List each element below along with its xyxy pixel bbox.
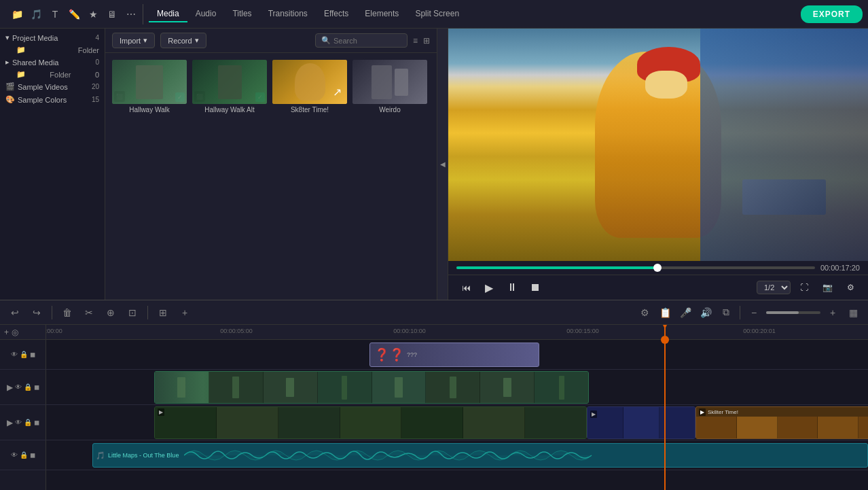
histogram-button[interactable]: ▦: [845, 304, 861, 321]
video2-clip2-play-icon: ▶: [590, 410, 597, 418]
track2-visibility-icon[interactable]: 👁: [15, 383, 22, 391]
video2-clip-1[interactable]: ▶: [154, 406, 587, 439]
play-button[interactable]: ▶: [480, 278, 499, 297]
import-button[interactable]: Import ▾: [112, 33, 155, 48]
progress-handle: [653, 264, 662, 272]
track2-lock-icon[interactable]: 🔒: [24, 383, 32, 391]
tl-clip-button[interactable]: 📋: [657, 304, 673, 321]
track-mute-icon[interactable]: ◼: [30, 351, 35, 358]
tab-media[interactable]: Media: [149, 6, 187, 22]
tl-settings-button[interactable]: ⚙: [636, 304, 653, 321]
text-icon[interactable]: T: [48, 7, 62, 22]
zoom-out-button[interactable]: −: [746, 304, 762, 321]
sidebar-item-label-4: Sample Colors: [18, 96, 67, 104]
media-item-weirdo[interactable]: ⬛ ✓ Weirdo: [352, 60, 427, 113]
search-input[interactable]: [333, 37, 401, 45]
track-label-audio: 👁 🔒 ◼: [0, 440, 46, 470]
panel-collapse-arrow[interactable]: ◀: [437, 29, 448, 300]
audio-waveform: [184, 444, 867, 467]
ruler-mark-1: 00:00:05:00: [220, 328, 253, 334]
pause-button[interactable]: ⏸: [503, 278, 522, 297]
timeline-area: ↩ ↪ 🗑 ✂ ⊕ ⊡ ⊞ + ⚙ 📋 🎤 🔊 ⧉ − + ▦ + ◎: [0, 300, 868, 490]
tab-audio[interactable]: Audio: [187, 6, 225, 22]
add-track-button[interactable]: +: [177, 304, 193, 321]
fullscreen-button[interactable]: ⛶: [795, 278, 814, 297]
zoom-in-button[interactable]: +: [825, 304, 841, 321]
video2-clip-3[interactable]: ▶ Sk8ter Time!: [695, 406, 868, 439]
undo-button[interactable]: ↩: [7, 304, 23, 321]
tab-titles[interactable]: Titles: [224, 6, 259, 22]
playhead[interactable]: [664, 325, 666, 339]
audio-clip[interactable]: 🎵 Little Maps - Out The Blue: [92, 443, 868, 468]
track3-visibility-icon[interactable]: 👁: [15, 419, 22, 426]
media-thumb-weirdo: ⬛ ✓: [352, 60, 427, 104]
delete-button[interactable]: 🗑: [59, 304, 75, 321]
sidebar-item-shared-media[interactable]: ▸ Shared Media 0: [0, 56, 105, 69]
media-item-sk8ter-time[interactable]: ↗ Sk8ter Time!: [272, 60, 347, 113]
track3-lock-icon[interactable]: 🔒: [24, 419, 32, 426]
audio-mute-icon[interactable]: ◼: [30, 451, 35, 459]
screenshot-button[interactable]: 📷: [818, 278, 837, 297]
record-button[interactable]: Record ▾: [160, 33, 206, 48]
track-lock-icon[interactable]: 🔒: [20, 351, 28, 358]
track-video1-body: [46, 370, 868, 405]
sidebar-item-label-3: Sample Videos: [18, 83, 68, 91]
monitor-icon[interactable]: 🖥: [105, 7, 120, 22]
media-item-name: Hallway Walk: [112, 106, 187, 113]
video1-clip[interactable]: [154, 371, 589, 404]
media-thumb-hallway-walk-alt: ⬛ ✓: [192, 60, 267, 104]
sidebar-child-folder2[interactable]: 📁 Folder 0: [0, 69, 105, 80]
tl-mic-button[interactable]: 🎤: [677, 304, 693, 321]
title-clip[interactable]: ❓❓ ???: [369, 343, 539, 367]
tab-elements[interactable]: Elements: [357, 6, 407, 22]
grid-icon[interactable]: ⊞: [423, 36, 430, 46]
ruler-mark-3: 00:00:15:00: [566, 328, 599, 334]
tab-effects[interactable]: Effects: [316, 6, 357, 22]
track-visibility-icon[interactable]: 👁: [11, 351, 18, 358]
media-toolbar: Import ▾ Record ▾ 🔍 ≡ ⊞: [105, 29, 437, 53]
magnet-button[interactable]: ⊞: [155, 304, 171, 321]
track3-play-icon[interactable]: ▶: [7, 418, 13, 427]
track2-mute-icon[interactable]: ◼: [34, 383, 39, 391]
sk8ter-play-icon: ▶: [699, 408, 706, 416]
copy-button[interactable]: ⊕: [103, 304, 119, 321]
rewind-button[interactable]: ⏮: [456, 278, 475, 297]
sidebar-badge-2: 0: [95, 58, 99, 66]
tl-voice-button[interactable]: 🔊: [698, 304, 714, 321]
media-item-hallway-walk-alt[interactable]: ⬛ ✓ Hallway Walk Alt: [192, 60, 267, 113]
tl-split-button[interactable]: ⧉: [718, 304, 734, 321]
preview-controls-left: ⏮ ▶ ⏸ ⏹: [456, 278, 545, 297]
magnet-small-icon[interactable]: ◎: [12, 328, 18, 337]
audio-visibility-icon[interactable]: 👁: [11, 451, 18, 459]
tab-splitscreen[interactable]: Split Screen: [407, 6, 467, 22]
star-icon[interactable]: ★: [86, 7, 101, 22]
export-button[interactable]: EXPORT: [801, 5, 863, 23]
pen-icon[interactable]: ✏️: [67, 7, 82, 22]
zoom-fit-button[interactable]: ⊡: [124, 304, 141, 321]
filter-icon[interactable]: ≡: [413, 36, 418, 46]
stop-button[interactable]: ⏹: [526, 278, 545, 297]
settings-button[interactable]: ⚙: [841, 278, 860, 297]
track2-play-icon[interactable]: ▶: [7, 383, 13, 392]
file-icon[interactable]: 📁: [10, 7, 24, 22]
cut-button[interactable]: ✂: [81, 304, 97, 321]
more-icon[interactable]: ⋯: [124, 7, 139, 22]
video2-play-icon: ▶: [158, 408, 164, 416]
add-track-small-icon[interactable]: +: [4, 328, 9, 337]
progress-bar[interactable]: [456, 266, 815, 269]
media-item-name-3: Sk8ter Time!: [272, 106, 347, 113]
track3-mute-icon[interactable]: ◼: [34, 419, 39, 426]
audio-lock-icon[interactable]: 🔒: [20, 451, 28, 459]
preview-video: [448, 29, 868, 261]
sidebar-item-project-media[interactable]: ▾ Project Media 4: [0, 31, 105, 44]
ratio-select[interactable]: 1/2: [757, 281, 791, 294]
sidebar-item-sample-videos[interactable]: 🎬 Sample Videos 20: [0, 80, 105, 93]
sidebar-child-folder[interactable]: 📁 Folder: [0, 44, 105, 56]
tab-transitions[interactable]: Transitions: [260, 6, 316, 22]
media-thumb-hallway-walk: ⬛ ✓: [112, 60, 187, 104]
music-icon[interactable]: 🎵: [29, 7, 43, 22]
media-item-hallway-walk[interactable]: ⬛ ✓ Hallway Walk: [112, 60, 187, 113]
sidebar-item-sample-colors[interactable]: 🎨 Sample Colors 15: [0, 93, 105, 106]
video2-clip-2[interactable]: ▶: [587, 406, 695, 439]
redo-button[interactable]: ↪: [29, 304, 45, 321]
